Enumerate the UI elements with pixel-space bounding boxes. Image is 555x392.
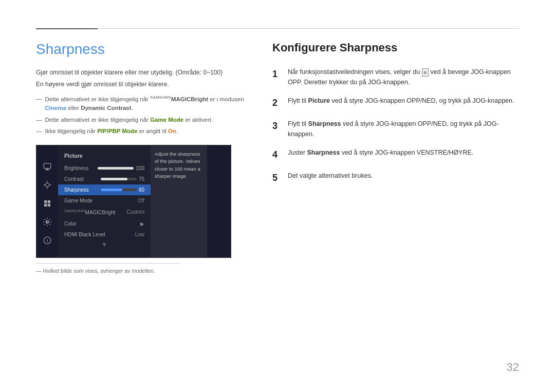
sidebar-icon-color [42, 198, 53, 209]
menu-item-hdmi: HDMI Black Level Low [58, 229, 151, 240]
menu-item-brightness: Brightness 100 [58, 163, 151, 174]
step-5-text: Det valgte alternativet brukes. [288, 171, 373, 185]
section-title: Sharpness [36, 41, 252, 58]
notes-block: Dette alternativet er ikke tilgjengelig … [36, 95, 252, 136]
top-line-accent [36, 28, 98, 29]
left-column: Sharpness Gjør omrisset til objekter kla… [36, 41, 252, 274]
menu-item-gamemode: Game Mode Off [58, 195, 151, 206]
top-line [36, 28, 519, 29]
note-item-1: Dette alternativet er ikke tilgjengelig … [36, 95, 252, 113]
sidebar-icon-info: i [42, 235, 53, 246]
svg-point-3 [45, 183, 49, 187]
page-number: 32 [507, 361, 519, 374]
step-4: 4 Juster Sharpness ved å styre JOG-knapp… [272, 147, 519, 162]
sidebar-icon-adjust [42, 179, 53, 191]
svg-rect-0 [44, 163, 51, 169]
description-text-2: En høyere verdi gjør omrisset til objekt… [36, 80, 252, 89]
menu-header: Picture [58, 151, 151, 163]
monitor-menu: Picture Brightness 100 Contrast [58, 145, 231, 257]
sidebar-icon-gear [42, 216, 53, 228]
svg-rect-1 [46, 169, 49, 170]
svg-rect-11 [48, 204, 50, 207]
bottom-note: — Hvilket bilde som vises, avhenger av m… [36, 263, 180, 274]
svg-rect-8 [44, 200, 47, 203]
monitor-sidebar: i [36, 145, 58, 257]
right-section-title: Konfigurere Sharpness [272, 41, 519, 54]
step-2: 2 Flytt til Picture ved å styre JOG-knap… [272, 96, 519, 110]
menu-item-sharpness: Sharpness 60 [58, 184, 151, 195]
svg-rect-2 [45, 170, 49, 170]
monitor-mockup: i Picture Brightness 100 [36, 145, 231, 258]
svg-text:i: i [47, 238, 48, 243]
sidebar-icon-picture [42, 161, 53, 172]
note-item-3: Ikke tilgjengelig når PIP/PBP Mode er an… [36, 127, 252, 136]
step-3: 3 Flytt til Sharpness ved å styre JOG-kn… [272, 119, 519, 139]
steps-list: 1 Når funksjonstastveiledningen vises, v… [272, 67, 519, 185]
svg-rect-9 [48, 200, 50, 203]
more-indicator: ▼ [58, 240, 151, 249]
menu-item-contrast: Contrast 75 [58, 174, 151, 184]
menu-item-magicbright: SAMSUNGMAGICBright Custom [58, 206, 151, 218]
menu-item-color: Color ▶ [58, 218, 151, 229]
svg-rect-10 [44, 204, 47, 207]
menu-list: Picture Brightness 100 Contrast [58, 145, 151, 257]
right-column: Konfigurere Sharpness 1 Når funksjonstas… [272, 41, 519, 274]
step-1: 1 Når funksjonstastveiledningen vises, v… [272, 67, 519, 87]
info-panel: Adjust the sharpness of the picture. Val… [151, 145, 207, 257]
info-panel-text: Adjust the sharpness of the picture. Val… [155, 151, 200, 179]
note-item-2: Dette alternativet er ikke tilgjengelig … [36, 116, 252, 124]
svg-point-12 [46, 221, 49, 223]
step-5: 5 Det valgte alternativet brukes. [272, 171, 519, 185]
bottom-note-text: — Hvilket bilde som vises, avhenger av m… [36, 268, 180, 274]
description-text-1: Gjør omrisset til objekter klarere eller… [36, 68, 252, 78]
